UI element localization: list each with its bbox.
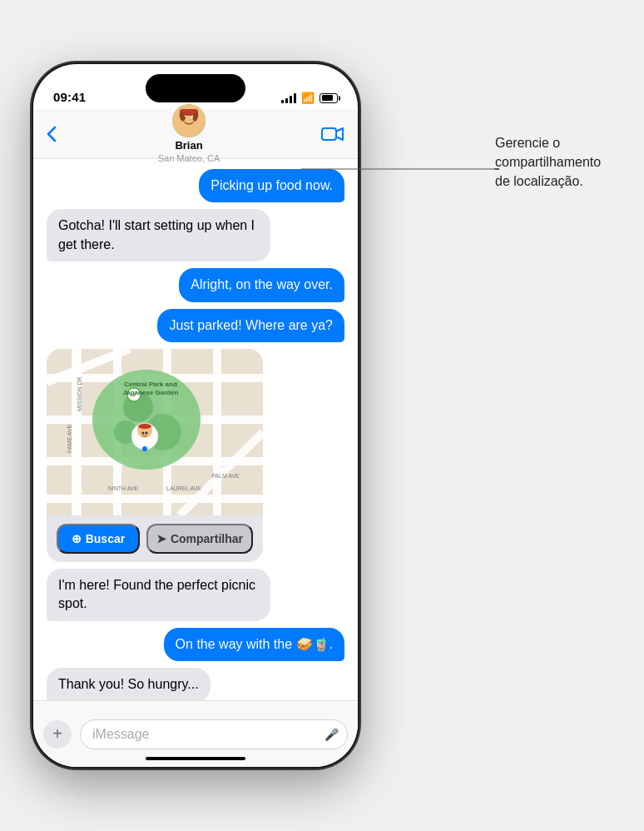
svg-text:MISSION DR: MISSION DR (77, 376, 82, 411)
svg-point-37 (138, 424, 151, 429)
svg-text:NINTH AVE: NINTH AVE (108, 485, 139, 491)
avatar (172, 104, 206, 137)
bubble-4: Just parked! Where are ya? (157, 309, 344, 342)
search-button[interactable]: ⊕ Buscar (57, 524, 140, 554)
annotation-text: Gerencie o compartilhamento de localizaç… (495, 133, 637, 192)
message-row-2: Gotcha! I'll start setting up when I get… (47, 209, 344, 261)
svg-text:Japanese Garden: Japanese Garden (123, 389, 179, 396)
message-row-7: On the way with the 🥪🧋. (47, 628, 344, 661)
back-button[interactable] (47, 126, 57, 142)
message-row-map: + Central Park and Japanese Garden MISSI… (47, 349, 344, 562)
svg-point-39 (146, 431, 148, 434)
bubble-3: Alright, on the way over. (179, 268, 344, 301)
bubble-2: Gotcha! I'll start setting up when I get… (47, 209, 270, 261)
map-bubble[interactable]: + Central Park and Japanese Garden MISSI… (47, 349, 263, 562)
add-attachment-button[interactable]: + (43, 720, 72, 749)
bubble-1: Picking up food now. (199, 169, 344, 202)
mic-icon[interactable]: 🎤 (324, 728, 339, 741)
svg-point-41 (142, 446, 147, 451)
home-indicator (146, 757, 245, 760)
messages-list: Picking up food now. Gotcha! I'll start … (33, 159, 358, 700)
svg-rect-19 (47, 495, 263, 503)
share-button[interactable]: ➤ Compartilhar (146, 524, 253, 554)
search-icon: ⊕ (72, 532, 82, 545)
nav-header: Brian San Mateo, CA (33, 109, 358, 159)
contact-name: Brian (175, 139, 202, 152)
svg-rect-10 (322, 128, 336, 140)
message-row-8: Thank you! So hungry... (47, 668, 344, 700)
svg-text:LAUREL AVE: LAUREL AVE (166, 485, 201, 491)
signal-icon (281, 93, 296, 103)
svg-text:FAME AVE: FAME AVE (67, 425, 72, 453)
message-row-6: I'm here! Found the perfect picnic spot. (47, 569, 344, 621)
svg-text:PALM AVE: PALM AVE (211, 473, 240, 479)
bubble-7: On the way with the 🥪🧋. (164, 628, 344, 661)
annotation-connector (301, 158, 501, 173)
scene: 09:41 📶 (0, 0, 644, 831)
svg-point-43 (494, 168, 499, 170)
map-buttons: ⊕ Buscar ➤ Compartilhar (47, 515, 263, 562)
message-row-1: Picking up food now. (47, 169, 344, 202)
annotation-block: Gerencie o compartilhamento de localizaç… (495, 133, 637, 192)
bubble-6: I'm here! Found the perfect picnic spot. (47, 569, 270, 621)
bubble-8: Thank you! So hungry... (47, 668, 211, 700)
status-icons: 📶 (281, 92, 338, 104)
wifi-icon: 📶 (301, 92, 315, 104)
contact-info[interactable]: Brian San Mateo, CA (158, 104, 220, 163)
battery-icon (320, 93, 338, 103)
message-row-3: Alright, on the way over. (47, 268, 344, 301)
status-time: 09:41 (53, 90, 86, 104)
message-input-field[interactable]: iMessage 🎤 (80, 719, 348, 749)
contact-location: San Mateo, CA (158, 153, 220, 163)
svg-point-38 (142, 431, 145, 434)
svg-text:Central Park and: Central Park and (124, 381, 177, 388)
share-icon: ➤ (156, 532, 166, 545)
video-call-button[interactable] (321, 126, 344, 142)
message-row-4: Just parked! Where are ya? (47, 309, 344, 342)
dynamic-island (146, 74, 245, 102)
map-image: + Central Park and Japanese Garden MISSI… (47, 349, 263, 515)
